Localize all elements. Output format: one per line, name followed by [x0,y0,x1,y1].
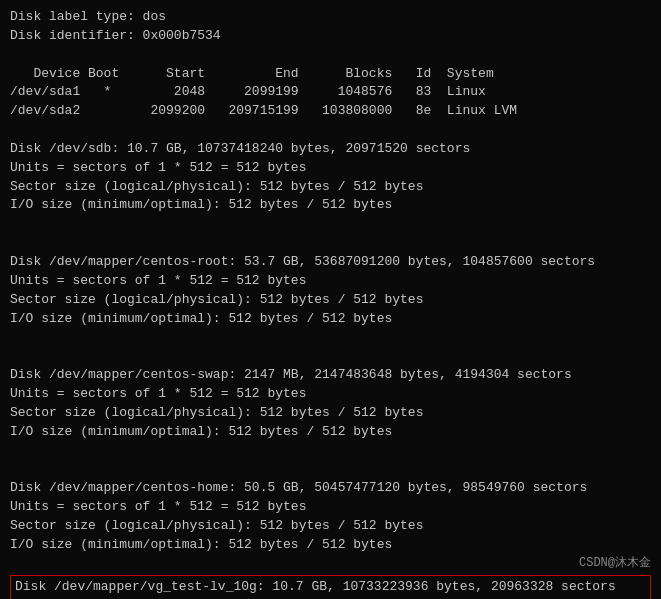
line-28: Sector size (logical/physical): 512 byte… [10,517,651,536]
line-8: Disk /dev/sdb: 10.7 GB, 10737418240 byte… [10,140,651,159]
highlight-line-1: Disk /dev/mapper/vg_test-lv_10g: 10.7 GB… [15,578,646,597]
highlighted-section: Disk /dev/mapper/vg_test-lv_10g: 10.7 GB… [10,575,651,599]
line-17: I/O size (minimum/optimal): 512 bytes / … [10,310,651,329]
line-14: Disk /dev/mapper/centos-root: 53.7 GB, 5… [10,253,651,272]
line-19 [10,347,651,366]
terminal-window: Disk label type: dos Disk identifier: 0x… [0,0,661,599]
line-9: Units = sectors of 1 * 512 = 512 bytes [10,159,651,178]
line-16: Sector size (logical/physical): 512 byte… [10,291,651,310]
line-12 [10,215,651,234]
line-26: Disk /dev/mapper/centos-home: 50.5 GB, 5… [10,479,651,498]
line-18 [10,328,651,347]
line-29: I/O size (minimum/optimal): 512 bytes / … [10,536,651,555]
line-21: Units = sectors of 1 * 512 = 512 bytes [10,385,651,404]
line-22: Sector size (logical/physical): 512 byte… [10,404,651,423]
line-13 [10,234,651,253]
line-11: I/O size (minimum/optimal): 512 bytes / … [10,196,651,215]
line-5: /dev/sda1 * 2048 2099199 1048576 83 Linu… [10,83,651,102]
line-10: Sector size (logical/physical): 512 byte… [10,178,651,197]
line-6: /dev/sda2 2099200 209715199 103808000 8e… [10,102,651,121]
line-3 [10,46,651,65]
line-27: Units = sectors of 1 * 512 = 512 bytes [10,498,651,517]
line-20: Disk /dev/mapper/centos-swap: 2147 MB, 2… [10,366,651,385]
line-2: Disk identifier: 0x000b7534 [10,27,651,46]
watermark: CSDN@沐木金 [579,554,651,571]
line-24 [10,441,651,460]
line-7 [10,121,651,140]
line-15: Units = sectors of 1 * 512 = 512 bytes [10,272,651,291]
line-30 [10,554,651,573]
line-25 [10,460,651,479]
line-1: Disk label type: dos [10,8,651,27]
line-23: I/O size (minimum/optimal): 512 bytes / … [10,423,651,442]
line-4: Device Boot Start End Blocks Id System [10,65,651,84]
